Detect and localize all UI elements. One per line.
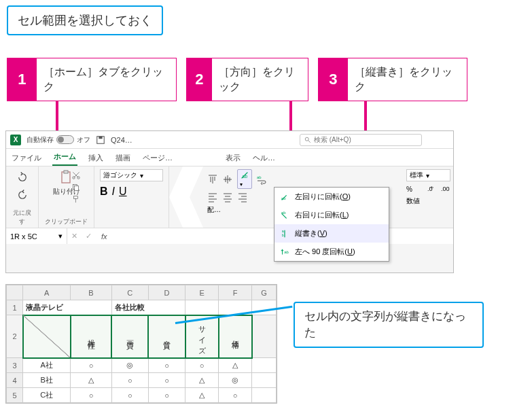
italic-button[interactable]: I <box>112 186 115 198</box>
align-top-icon[interactable] <box>207 174 218 185</box>
menu-rotate-ccw[interactable]: ab 左回りに回転(O) <box>274 188 389 206</box>
cell[interactable] <box>252 373 277 388</box>
step-3: 3 ［縦書き］をクリック <box>318 58 467 101</box>
row-header-3[interactable]: 3 <box>7 358 23 373</box>
svg-text:ab: ab <box>257 175 262 179</box>
step-1-number: 1 <box>7 58 37 101</box>
align-center-icon[interactable] <box>222 192 233 202</box>
increase-decimal-icon[interactable]: .00 <box>441 184 450 194</box>
cell[interactable]: ○ <box>148 358 185 373</box>
tab-insert[interactable]: 挿入 <box>87 150 105 166</box>
percent-icon[interactable]: % <box>406 186 412 193</box>
tab-home[interactable]: ホーム <box>52 149 77 166</box>
step-3-number: 3 <box>319 58 348 101</box>
cell[interactable]: △ <box>71 373 111 388</box>
col-header-C[interactable]: C <box>111 285 148 300</box>
cell[interactable]: ○ <box>111 373 148 388</box>
cell[interactable]: ○ <box>148 373 185 388</box>
row-header-4[interactable]: 4 <box>7 373 23 388</box>
cell[interactable] <box>252 358 277 373</box>
font-name-select[interactable]: 游ゴシック ▾ <box>100 169 163 181</box>
cell[interactable]: ○ <box>148 388 185 403</box>
menu-rotate-cw-label: 右回りに回転(L) <box>295 210 349 220</box>
enter-icon[interactable]: ✓ <box>82 232 96 241</box>
search-input[interactable]: 検索 (Alt+Q) <box>300 134 422 146</box>
underline-button[interactable]: U <box>119 186 127 198</box>
chevron-down-icon: ▾ <box>58 232 63 241</box>
cell-header-2[interactable]: 画質 <box>111 315 148 358</box>
cell[interactable]: ○ <box>111 388 148 403</box>
cancel-icon[interactable]: ✕ <box>67 232 82 241</box>
save-icon[interactable] <box>96 135 105 145</box>
search-placeholder: 検索 (Alt+Q) <box>314 135 351 145</box>
orientation-button[interactable]: ab ▾ <box>237 169 252 189</box>
svg-text:ab: ab <box>281 196 286 200</box>
cell[interactable]: ○ <box>219 388 252 403</box>
menu-rotate-ccw-label: 左回りに回転(O) <box>295 192 351 202</box>
tab-draw[interactable]: 描画 <box>114 150 132 166</box>
align-middle-icon[interactable] <box>222 174 233 185</box>
number-format-value: 標準 <box>410 171 423 180</box>
decrease-decimal-icon[interactable]: .0 <box>427 184 437 194</box>
tab-file[interactable]: ファイル <box>10 150 43 166</box>
cell[interactable]: ◎ <box>111 358 148 373</box>
menu-vertical-text[interactable]: ab 縦書き(V) <box>274 224 389 243</box>
select-all-corner[interactable] <box>7 285 23 300</box>
comma-icon[interactable]: ゝ <box>416 184 423 194</box>
cell[interactable] <box>185 300 219 315</box>
cell-diagonal[interactable] <box>23 315 71 358</box>
fx-icon[interactable]: fx <box>96 232 113 241</box>
undo-icon[interactable] <box>14 169 31 186</box>
cell[interactable] <box>252 315 277 358</box>
result-callout: セル内の文字列が縦書きになった <box>294 302 484 348</box>
cell[interactable]: ◎ <box>219 373 252 388</box>
align-left-icon[interactable] <box>207 192 218 202</box>
cell[interactable]: △ <box>219 358 252 373</box>
menu-rotate-up[interactable]: ab 左へ 90 度回転(U) <box>274 243 389 261</box>
align-right-icon[interactable] <box>237 192 248 202</box>
tab-help[interactable]: ヘル… <box>251 150 277 166</box>
cell-header-5[interactable]: 価格 <box>219 315 252 358</box>
cell-title-b[interactable]: 各社比較 <box>111 300 185 315</box>
format-painter-icon[interactable] <box>71 195 81 205</box>
redo-icon[interactable] <box>14 187 31 203</box>
number-format-select[interactable]: 標準 ▾ <box>406 169 450 181</box>
tab-page-layout[interactable]: ページ… <box>141 150 174 166</box>
row-header-2[interactable]: 2 <box>7 315 23 358</box>
cell-row3-label[interactable]: C社 <box>23 388 71 403</box>
row-header-5[interactable]: 5 <box>7 388 23 403</box>
copy-icon[interactable] <box>71 183 81 192</box>
col-header-E[interactable]: E <box>185 285 219 300</box>
step-3-text: ［縦書き］をクリック <box>348 58 467 101</box>
autosave-label: 自動保存 <box>26 135 54 145</box>
col-header-B[interactable]: B <box>71 285 111 300</box>
cell[interactable]: ○ <box>185 358 219 373</box>
bold-button[interactable]: B <box>100 186 108 198</box>
col-header-F[interactable]: F <box>219 285 252 300</box>
worksheet[interactable]: A B C D E F G 1 液晶テレビ 各社比較 2 操作性 画質 音質 サ… <box>5 284 277 404</box>
font-name-value: 游ゴシック <box>103 171 137 180</box>
col-header-A[interactable]: A <box>23 285 71 300</box>
cell[interactable]: △ <box>185 388 219 403</box>
cell[interactable]: ○ <box>71 388 111 403</box>
cell-title-a[interactable]: 液晶テレビ <box>23 300 112 315</box>
col-header-G[interactable]: G <box>252 285 277 300</box>
cell[interactable] <box>252 388 277 403</box>
wrap-text-icon[interactable]: ab <box>256 174 267 185</box>
menu-rotate-cw[interactable]: ab 右回りに回転(L) <box>274 206 389 224</box>
cell[interactable]: ○ <box>71 358 111 373</box>
col-header-D[interactable]: D <box>148 285 185 300</box>
menu-rotate-up-label: 左へ 90 度回転(U) <box>295 247 355 257</box>
paste-button[interactable]: 貼り付け <box>44 169 88 196</box>
name-box[interactable]: 1R x 5C ▾ <box>6 228 67 244</box>
cell-row1-label[interactable]: A社 <box>23 358 71 373</box>
svg-point-2 <box>305 137 308 141</box>
cell[interactable]: △ <box>185 373 219 388</box>
cut-icon[interactable] <box>71 171 81 180</box>
autosave-toggle[interactable]: 自動保存 オフ <box>26 135 90 145</box>
tab-view[interactable]: 表示 <box>224 150 242 166</box>
cell-header-1[interactable]: 操作性 <box>71 315 111 358</box>
excel-logo-icon: X <box>10 135 21 145</box>
row-header-1[interactable]: 1 <box>7 300 23 315</box>
cell-row2-label[interactable]: B社 <box>23 373 71 388</box>
